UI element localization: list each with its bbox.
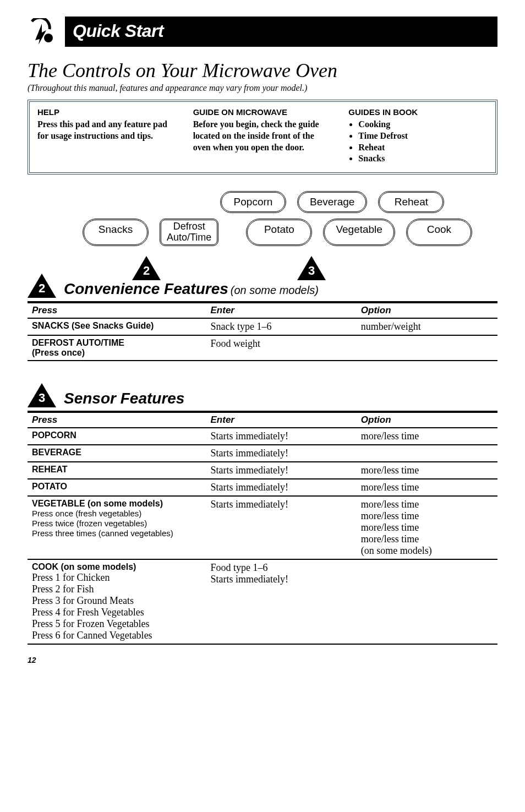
- marker-3-section: 3: [28, 383, 56, 407]
- guide-book: GUIDES IN BOOK Cooking Time Defrost Rehe…: [348, 107, 488, 165]
- header-title-bar: Quick Start: [65, 17, 497, 47]
- controls-diagram: Popcorn Beverage Reheat Snacks Defrost A…: [33, 191, 492, 274]
- guide-help: HELP Press this pad and any feature pad …: [37, 107, 177, 165]
- marker-3-diagram: 3: [297, 256, 326, 280]
- beverage-button[interactable]: Beverage: [297, 191, 367, 213]
- conv-th-enter: Enter: [206, 302, 357, 318]
- popcorn-button[interactable]: Popcorn: [220, 191, 286, 213]
- table-row: REHEAT Starts immediately! more/less tim…: [28, 462, 497, 479]
- guide-book-item: Cooking: [358, 119, 488, 130]
- guide-book-item: Time Defrost: [358, 130, 488, 142]
- page-number: 12: [28, 656, 497, 664]
- guide-book-item: Reheat: [358, 142, 488, 154]
- table-row: VEGETABLE (on some models) Press once (f…: [28, 496, 497, 559]
- sensor-th-option: Option: [357, 412, 497, 428]
- guide-micro-head: GUIDE ON MICROWAVE: [193, 107, 332, 117]
- potato-button[interactable]: Potato: [246, 219, 312, 246]
- reheat-button[interactable]: Reheat: [378, 191, 444, 213]
- defrost-button[interactable]: Defrost Auto/Time: [160, 219, 218, 246]
- svg-point-0: [44, 34, 53, 42]
- sensor-th-enter: Enter: [206, 412, 357, 428]
- sensor-heading-row: 3 Sensor Features: [28, 383, 497, 407]
- cook-button[interactable]: Cook: [406, 219, 472, 246]
- conv-th-press: Press: [28, 302, 206, 318]
- sensor-th-press: Press: [28, 412, 206, 428]
- table-row: POPCORN Starts immediately! more/less ti…: [28, 428, 497, 445]
- convenience-sub: (on some models): [231, 284, 319, 296]
- section-subtitle: (Throughout this manual, features and ap…: [28, 83, 497, 93]
- marker-2-section: 2: [28, 274, 56, 298]
- table-row: DEFROST AUTO/TIME(Press once) Food weigh…: [28, 335, 497, 361]
- conv-snacks-enter: Snack type 1–6: [206, 318, 357, 335]
- conv-snacks-option: number/weight: [357, 318, 497, 335]
- conv-defrost-press: DEFROST AUTO/TIME(Press once): [28, 335, 206, 361]
- guide-help-body: Press this pad and any feature pad for u…: [37, 119, 177, 142]
- table-row: POTATO Starts immediately! more/less tim…: [28, 479, 497, 496]
- convenience-heading: Convenience Features: [64, 280, 228, 297]
- guide-book-item: Snacks: [358, 153, 488, 165]
- marker-2-diagram: 2: [132, 256, 161, 280]
- sensor-table: Press Enter Option POPCORN Starts immedi…: [28, 411, 497, 645]
- header-title: Quick Start: [73, 21, 163, 41]
- defrost-label-2: Auto/Time: [167, 232, 211, 243]
- table-row: SNACKS (See Snacks Guide) Snack type 1–6…: [28, 318, 497, 335]
- table-row: COOK (on some models) Press 1 for Chicke…: [28, 559, 497, 644]
- guide-book-head: GUIDES IN BOOK: [348, 107, 488, 117]
- sensor-heading: Sensor Features: [64, 390, 184, 407]
- section-title: The Controls on Your Microwave Oven: [28, 59, 497, 82]
- conv-snacks-press: SNACKS (See Snacks Guide): [28, 318, 206, 335]
- guide-micro-body: Before you begin, check the guide locate…: [193, 119, 332, 153]
- defrost-label-1: Defrost: [173, 221, 205, 232]
- vegetable-button[interactable]: Vegetable: [323, 219, 395, 246]
- finger-press-icon: [28, 18, 55, 46]
- conv-th-option: Option: [357, 302, 497, 318]
- conv-defrost-enter: Food weight: [206, 335, 357, 361]
- guide-panel: HELP Press this pad and any feature pad …: [28, 100, 497, 175]
- convenience-table: Press Enter Option SNACKS (See Snacks Gu…: [28, 301, 497, 361]
- page-header: Quick Start: [28, 17, 497, 47]
- snacks-button[interactable]: Snacks: [83, 219, 149, 246]
- guide-microwave: GUIDE ON MICROWAVE Before you begin, che…: [193, 107, 332, 165]
- conv-defrost-option: [357, 335, 497, 361]
- convenience-heading-row: 2 Convenience Features (on some models): [28, 274, 497, 298]
- table-row: BEVERAGE Starts immediately!: [28, 445, 497, 462]
- guide-help-head: HELP: [37, 107, 177, 117]
